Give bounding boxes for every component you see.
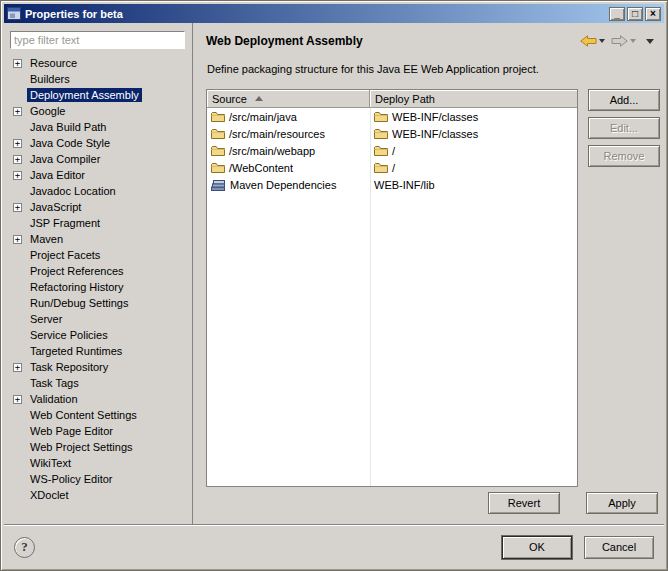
sidebar-item-resource[interactable]: +Resource — [4, 55, 192, 71]
sidebar-item-web-page-editor[interactable]: Web Page Editor — [4, 423, 192, 439]
column-header-source[interactable]: Source — [207, 90, 370, 108]
sidebar-item-refactoring-history[interactable]: Refactoring History — [4, 279, 192, 295]
table-header: Source Deploy Path — [207, 90, 577, 108]
sidebar-item-project-facets[interactable]: Project Facets — [4, 247, 192, 263]
source-cell: /src/main/webapp — [207, 145, 370, 157]
sidebar-item-label: XDoclet — [27, 488, 72, 502]
expander-plus-icon[interactable]: + — [13, 203, 22, 212]
sidebar-item-label: JSP Fragment — [27, 216, 103, 230]
close-button[interactable]: × — [645, 7, 661, 21]
sidebar-item-task-repository[interactable]: +Task Repository — [4, 359, 192, 375]
cancel-button[interactable]: Cancel — [584, 536, 654, 559]
expander-plus-icon[interactable]: + — [13, 139, 22, 148]
sidebar-item-java-code-style[interactable]: +Java Code Style — [4, 135, 192, 151]
sidebar-item-label: Google — [27, 104, 68, 118]
sidebar-item-google[interactable]: +Google — [4, 103, 192, 119]
sidebar-item-java-compiler[interactable]: +Java Compiler — [4, 151, 192, 167]
table-row[interactable]: /WebContent/ — [207, 159, 577, 176]
sidebar-item-server[interactable]: Server — [4, 311, 192, 327]
source-cell: /src/main/java — [207, 111, 370, 123]
maximize-button[interactable]: □ — [627, 7, 643, 21]
page-header: Web Deployment Assembly — [194, 23, 664, 49]
sidebar-item-label: Resource — [27, 56, 80, 70]
sidebar-item-deployment-assembly[interactable]: Deployment Assembly — [4, 87, 192, 103]
source-cell: Maven Dependencies — [207, 179, 370, 191]
table-row[interactable]: /src/main/resourcesWEB-INF/classes — [207, 125, 577, 142]
folder-icon — [211, 145, 225, 156]
expander-plus-icon[interactable]: + — [13, 395, 22, 404]
deploy-cell: WEB-INF/classes — [370, 128, 577, 140]
expander-plus-icon[interactable]: + — [13, 155, 22, 164]
sidebar-item-jsp-fragment[interactable]: JSP Fragment — [4, 215, 192, 231]
add-button[interactable]: Add... — [588, 89, 660, 111]
minimize-button[interactable]: _ — [609, 7, 625, 21]
deploy-path: WEB-INF/classes — [392, 111, 478, 123]
properties-dialog: Properties for beta _ □ × +ResourceBuild… — [0, 0, 668, 571]
view-menu-button[interactable] — [640, 37, 656, 46]
titlebar[interactable]: Properties for beta _ □ × — [4, 4, 664, 23]
sidebar-item-service-policies[interactable]: Service Policies — [4, 327, 192, 343]
expander-plus-icon[interactable]: + — [13, 171, 22, 180]
chevron-down-icon — [646, 39, 654, 44]
column-divider — [370, 108, 371, 486]
sidebar-item-web-content-settings[interactable]: Web Content Settings — [4, 407, 192, 423]
expander-plus-icon[interactable]: + — [13, 107, 22, 116]
table-row[interactable]: /src/main/javaWEB-INF/classes — [207, 108, 577, 125]
sidebar-item-builders[interactable]: Builders — [4, 71, 192, 87]
sidebar-item-run-debug-settings[interactable]: Run/Debug Settings — [4, 295, 192, 311]
sidebar-item-label: Project References — [27, 264, 127, 278]
sidebar-item-validation[interactable]: +Validation — [4, 391, 192, 407]
forward-button[interactable] — [609, 33, 638, 49]
filter-input[interactable] — [10, 31, 185, 49]
help-button[interactable]: ? — [14, 537, 35, 558]
sidebar-item-task-tags[interactable]: Task Tags — [4, 375, 192, 391]
sidebar-item-label: Server — [27, 312, 65, 326]
sidebar-item-label: Javadoc Location — [27, 184, 119, 198]
sidebar-item-label: JavaScript — [27, 200, 84, 214]
sidebar-item-xdoclet[interactable]: XDoclet — [4, 487, 192, 503]
folder-icon — [374, 111, 388, 122]
deploy-cell: / — [370, 162, 577, 174]
sidebar-item-label: Targeted Runtimes — [27, 344, 125, 358]
column-header-deploy[interactable]: Deploy Path — [370, 90, 577, 108]
footer-separator — [4, 524, 664, 526]
sidebar-item-wikitext[interactable]: WikiText — [4, 455, 192, 471]
sidebar-item-label: Task Tags — [27, 376, 82, 390]
sidebar-item-java-build-path[interactable]: Java Build Path — [4, 119, 192, 135]
sidebar-item-javascript[interactable]: +JavaScript — [4, 199, 192, 215]
sidebar-item-java-editor[interactable]: +Java Editor — [4, 167, 192, 183]
source-cell: /src/main/resources — [207, 128, 370, 140]
sidebar-item-label: Java Build Path — [27, 120, 109, 134]
expander-plus-icon[interactable]: + — [13, 235, 22, 244]
sidebar-item-ws-policy-editor[interactable]: WS-Policy Editor — [4, 471, 192, 487]
remove-button[interactable]: Remove — [588, 145, 660, 167]
sidebar-item-label: Builders — [27, 72, 73, 86]
revert-button[interactable]: Revert — [488, 492, 560, 514]
deploy-cell: / — [370, 145, 577, 157]
chevron-down-icon — [599, 39, 605, 43]
expander-plus-icon[interactable]: + — [13, 363, 22, 372]
back-button[interactable] — [578, 33, 607, 49]
sidebar-item-web-project-settings[interactable]: Web Project Settings — [4, 439, 192, 455]
deploy-path: / — [392, 145, 395, 157]
table-row[interactable]: Maven DependenciesWEB-INF/lib — [207, 176, 577, 193]
sidebar-item-label: Service Policies — [27, 328, 111, 342]
sidebar-item-label: Maven — [27, 232, 66, 246]
sidebar-item-maven[interactable]: +Maven — [4, 231, 192, 247]
edit-button[interactable]: Edit... — [588, 117, 660, 139]
expander-plus-icon[interactable]: + — [13, 59, 22, 68]
library-icon — [211, 179, 226, 191]
sidebar-item-javadoc-location[interactable]: Javadoc Location — [4, 183, 192, 199]
folder-icon — [374, 162, 388, 173]
sidebar-item-label: Project Facets — [27, 248, 103, 262]
deploy-cell: WEB-INF/lib — [370, 179, 577, 191]
source-path: Maven Dependencies — [230, 179, 336, 191]
ok-button[interactable]: OK — [502, 536, 572, 559]
apply-button[interactable]: Apply — [586, 492, 658, 514]
source-path: /src/main/java — [229, 111, 297, 123]
window-controls: _ □ × — [609, 7, 661, 21]
sidebar-item-project-references[interactable]: Project References — [4, 263, 192, 279]
source-path: /WebContent — [229, 162, 293, 174]
sidebar-item-targeted-runtimes[interactable]: Targeted Runtimes — [4, 343, 192, 359]
table-row[interactable]: /src/main/webapp/ — [207, 142, 577, 159]
